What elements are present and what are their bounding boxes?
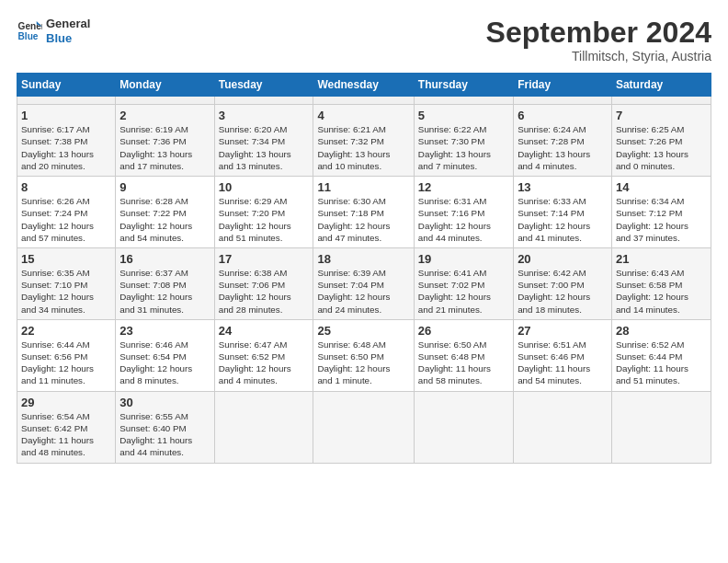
day-number: 23 — [119, 324, 210, 338]
table-row: 20Sunrise: 6:42 AM Sunset: 7:00 PM Dayli… — [514, 247, 612, 319]
day-number: 25 — [317, 324, 409, 338]
day-info: Sunrise: 6:37 AM Sunset: 7:08 PM Dayligh… — [119, 267, 210, 316]
table-row — [214, 391, 313, 463]
day-number: 10 — [219, 180, 310, 194]
col-tuesday: Tuesday — [214, 74, 313, 97]
svg-text:Blue: Blue — [18, 31, 39, 41]
day-number: 26 — [418, 324, 509, 338]
col-monday: Monday — [116, 74, 214, 97]
day-info: Sunrise: 6:52 AM Sunset: 6:44 PM Dayligh… — [616, 339, 707, 387]
table-row: 3Sunrise: 6:20 AM Sunset: 7:34 PM Daylig… — [214, 105, 313, 177]
day-info: Sunrise: 6:43 AM Sunset: 6:58 PM Dayligh… — [616, 267, 707, 316]
table-row: 19Sunrise: 6:41 AM Sunset: 7:02 PM Dayli… — [414, 247, 513, 319]
day-number: 9 — [119, 180, 210, 194]
logo-icon: General Blue — [17, 18, 42, 44]
day-number: 11 — [317, 180, 409, 194]
col-saturday: Saturday — [611, 74, 711, 97]
table-row: 17Sunrise: 6:38 AM Sunset: 7:06 PM Dayli… — [214, 247, 313, 319]
table-row: 9Sunrise: 6:28 AM Sunset: 7:22 PM Daylig… — [116, 177, 214, 248]
table-row: 23Sunrise: 6:46 AM Sunset: 6:54 PM Dayli… — [116, 319, 214, 391]
day-number: 29 — [21, 396, 111, 409]
day-info: Sunrise: 6:44 AM Sunset: 6:56 PM Dayligh… — [21, 339, 111, 387]
header: General Blue General Blue September 2024… — [17, 17, 711, 63]
day-info: Sunrise: 6:51 AM Sunset: 6:46 PM Dayligh… — [518, 339, 608, 387]
svg-text:General: General — [18, 21, 42, 31]
day-number: 20 — [518, 252, 608, 266]
day-info: Sunrise: 6:31 AM Sunset: 7:16 PM Dayligh… — [418, 195, 509, 244]
month-title: September 2024 — [486, 17, 711, 49]
day-info: Sunrise: 6:30 AM Sunset: 7:18 PM Dayligh… — [317, 195, 409, 244]
day-number: 19 — [418, 252, 509, 266]
day-info: Sunrise: 6:48 AM Sunset: 6:50 PM Dayligh… — [317, 339, 409, 387]
table-row: 16Sunrise: 6:37 AM Sunset: 7:08 PM Dayli… — [116, 247, 214, 319]
day-number: 2 — [119, 109, 210, 122]
day-info: Sunrise: 6:35 AM Sunset: 7:10 PM Dayligh… — [21, 267, 111, 316]
table-row: 5Sunrise: 6:22 AM Sunset: 7:30 PM Daylig… — [414, 105, 513, 177]
table-row: 27Sunrise: 6:51 AM Sunset: 6:46 PM Dayli… — [514, 319, 612, 391]
table-row: 24Sunrise: 6:47 AM Sunset: 6:52 PM Dayli… — [214, 319, 313, 391]
logo-blue: Blue — [46, 31, 90, 46]
table-row: 11Sunrise: 6:30 AM Sunset: 7:18 PM Dayli… — [313, 177, 414, 248]
calendar-table: Sunday Monday Tuesday Wednesday Thursday… — [17, 73, 711, 463]
day-number: 8 — [21, 180, 111, 194]
table-row: 28Sunrise: 6:52 AM Sunset: 6:44 PM Dayli… — [611, 319, 711, 391]
calendar-row: 29Sunrise: 6:54 AM Sunset: 6:42 PM Dayli… — [17, 391, 711, 463]
table-row: 10Sunrise: 6:29 AM Sunset: 7:20 PM Dayli… — [214, 177, 313, 248]
location-subtitle: Tillmitsch, Styria, Austria — [486, 49, 711, 63]
table-row — [611, 391, 711, 463]
day-info: Sunrise: 6:33 AM Sunset: 7:14 PM Dayligh… — [518, 195, 608, 244]
day-number: 3 — [219, 109, 310, 122]
day-info: Sunrise: 6:50 AM Sunset: 6:48 PM Dayligh… — [418, 339, 509, 387]
day-number: 13 — [518, 180, 608, 194]
table-row: 7Sunrise: 6:25 AM Sunset: 7:26 PM Daylig… — [611, 105, 711, 177]
day-info: Sunrise: 6:21 AM Sunset: 7:32 PM Dayligh… — [317, 123, 409, 172]
title-block: September 2024 Tillmitsch, Styria, Austr… — [486, 17, 711, 63]
table-row: 26Sunrise: 6:50 AM Sunset: 6:48 PM Dayli… — [414, 319, 513, 391]
table-row: 4Sunrise: 6:21 AM Sunset: 7:32 PM Daylig… — [313, 105, 414, 177]
table-row: 15Sunrise: 6:35 AM Sunset: 7:10 PM Dayli… — [17, 247, 116, 319]
day-number: 1 — [21, 109, 111, 122]
col-thursday: Thursday — [414, 74, 513, 97]
table-row: 13Sunrise: 6:33 AM Sunset: 7:14 PM Dayli… — [514, 177, 612, 248]
table-row: 22Sunrise: 6:44 AM Sunset: 6:56 PM Dayli… — [17, 319, 116, 391]
table-row — [514, 97, 612, 105]
calendar-row: 15Sunrise: 6:35 AM Sunset: 7:10 PM Dayli… — [17, 247, 711, 319]
day-info: Sunrise: 6:22 AM Sunset: 7:30 PM Dayligh… — [418, 123, 509, 172]
day-info: Sunrise: 6:25 AM Sunset: 7:26 PM Dayligh… — [616, 123, 707, 172]
table-row — [414, 391, 513, 463]
table-row: 6Sunrise: 6:24 AM Sunset: 7:28 PM Daylig… — [514, 105, 612, 177]
calendar-header-row: Sunday Monday Tuesday Wednesday Thursday… — [17, 74, 711, 97]
day-number: 14 — [616, 180, 707, 194]
day-info: Sunrise: 6:54 AM Sunset: 6:42 PM Dayligh… — [21, 410, 111, 459]
day-number: 4 — [317, 109, 409, 122]
table-row — [313, 97, 414, 105]
day-number: 24 — [219, 324, 310, 338]
calendar-row: 22Sunrise: 6:44 AM Sunset: 6:56 PM Dayli… — [17, 319, 711, 391]
table-row: 25Sunrise: 6:48 AM Sunset: 6:50 PM Dayli… — [313, 319, 414, 391]
day-number: 30 — [119, 396, 210, 409]
table-row: 12Sunrise: 6:31 AM Sunset: 7:16 PM Dayli… — [414, 177, 513, 248]
table-row: 14Sunrise: 6:34 AM Sunset: 7:12 PM Dayli… — [611, 177, 711, 248]
day-number: 15 — [21, 252, 111, 266]
table-row: 30Sunrise: 6:55 AM Sunset: 6:40 PM Dayli… — [116, 391, 214, 463]
col-wednesday: Wednesday — [313, 74, 414, 97]
day-number: 7 — [616, 109, 707, 122]
day-number: 17 — [219, 252, 310, 266]
table-row — [17, 97, 116, 105]
day-number: 28 — [616, 324, 707, 338]
day-info: Sunrise: 6:29 AM Sunset: 7:20 PM Dayligh… — [219, 195, 310, 244]
day-number: 12 — [418, 180, 509, 194]
day-info: Sunrise: 6:20 AM Sunset: 7:34 PM Dayligh… — [219, 123, 310, 172]
day-info: Sunrise: 6:24 AM Sunset: 7:28 PM Dayligh… — [518, 123, 608, 172]
day-info: Sunrise: 6:42 AM Sunset: 7:00 PM Dayligh… — [518, 267, 608, 316]
table-row — [116, 97, 214, 105]
day-info: Sunrise: 6:17 AM Sunset: 7:38 PM Dayligh… — [21, 123, 111, 172]
table-row — [514, 391, 612, 463]
day-info: Sunrise: 6:19 AM Sunset: 7:36 PM Dayligh… — [119, 123, 210, 172]
table-row: 21Sunrise: 6:43 AM Sunset: 6:58 PM Dayli… — [611, 247, 711, 319]
table-row: 8Sunrise: 6:26 AM Sunset: 7:24 PM Daylig… — [17, 177, 116, 248]
day-number: 16 — [119, 252, 210, 266]
day-info: Sunrise: 6:38 AM Sunset: 7:06 PM Dayligh… — [219, 267, 310, 316]
day-number: 5 — [418, 109, 509, 122]
calendar-row: 8Sunrise: 6:26 AM Sunset: 7:24 PM Daylig… — [17, 177, 711, 248]
